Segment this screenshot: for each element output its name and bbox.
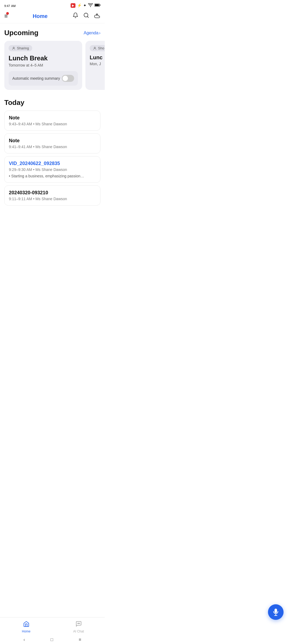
- battery-icon: [95, 3, 100, 8]
- upcoming-card-2[interactable]: Sho Lunc Mon, J: [85, 41, 105, 90]
- time-value: 9:47: [4, 4, 10, 8]
- today-item-2-meta: 9:29–9:30 AM • Ms Shane Dawson: [9, 167, 96, 172]
- bluetooth-icon: ⚡: [77, 3, 82, 8]
- today-item-1-title: Note: [9, 138, 96, 144]
- today-section: Today Note 9:43–9:43 AM • Ms Shane Dawso…: [4, 98, 100, 206]
- card-inner-1: Automatic meeting summary: [9, 71, 78, 86]
- today-item-3-title: 20240320-093210: [9, 190, 96, 196]
- card-time-2: Mon, J: [90, 62, 105, 66]
- today-item-0-meta: 9:43–9:43 AM • Ms Shane Dawson: [9, 122, 96, 126]
- today-item-1-meta: 9:41–9:41 AM • Ms Shane Dawson: [9, 145, 96, 149]
- wifi-icon: [88, 3, 93, 8]
- chevron-right-icon: ›: [99, 31, 100, 35]
- upload-cloud-icon[interactable]: [94, 12, 100, 20]
- upcoming-badge-2: Sho: [90, 45, 105, 51]
- today-item-0[interactable]: Note 9:43–9:43 AM • Ms Shane Dawson: [4, 111, 100, 131]
- header-title: Home: [33, 13, 48, 19]
- agenda-label: Agenda: [84, 31, 99, 35]
- svg-rect-2: [95, 4, 99, 6]
- card-title-1: Lunch Break: [9, 54, 78, 62]
- header-actions: [73, 12, 100, 20]
- ampm-value: AM: [11, 4, 16, 8]
- upcoming-title: Upcoming: [4, 29, 38, 37]
- agenda-link[interactable]: Agenda ›: [84, 31, 101, 35]
- upcoming-section-header: Upcoming Agenda ›: [4, 29, 100, 37]
- today-item-3-meta: 9:11–9:11 AM • Ms Shane Dawson: [9, 197, 96, 201]
- menu-button-container[interactable]: ≡: [4, 13, 8, 20]
- meeting-summary-label-1: Automatic meeting summary: [12, 76, 60, 80]
- search-icon[interactable]: [83, 12, 89, 20]
- notification-dot: [6, 12, 9, 15]
- meeting-summary-toggle-1[interactable]: [62, 75, 74, 82]
- today-item-2-title: VID_20240622_092835: [9, 161, 96, 166]
- svg-point-10: [94, 47, 96, 48]
- status-bar: 9:47 AM ▶ ⚡ ✦: [0, 0, 105, 10]
- upcoming-cards-scroll[interactable]: Sharing Lunch Break Tomorrow at 4–5 AM A…: [0, 41, 105, 92]
- bell-icon[interactable]: [73, 12, 78, 20]
- badge-label-2: Sho: [98, 46, 104, 50]
- today-item-1[interactable]: Note 9:41–9:41 AM • Ms Shane Dawson: [4, 133, 100, 153]
- app-header: ≡ Home: [0, 10, 105, 23]
- today-item-2[interactable]: VID_20240622_092835 9:29–9:30 AM • Ms Sh…: [4, 156, 100, 183]
- upcoming-badge-1: Sharing: [9, 45, 32, 51]
- today-list: Note 9:43–9:43 AM • Ms Shane Dawson Note…: [4, 111, 100, 206]
- card-title-2: Lunc: [90, 54, 105, 61]
- badge-label-1: Sharing: [17, 46, 29, 50]
- today-item-2-bullet: • Starting a business, emphasizing passi…: [9, 174, 96, 178]
- video-recording-icon: ▶: [71, 3, 75, 8]
- main-content: Upcoming Agenda › Sharing Lunch Break To…: [0, 23, 105, 230]
- today-item-3[interactable]: 20240320-093210 9:11–9:11 AM • Ms Shane …: [4, 185, 100, 206]
- svg-point-6: [13, 47, 15, 48]
- today-item-0-title: Note: [9, 115, 96, 121]
- card-time-1: Tomorrow at 4–5 AM: [9, 63, 78, 67]
- toggle-knob-1: [63, 76, 68, 81]
- status-icons: ▶ ⚡ ✦: [71, 3, 100, 8]
- status-time: 9:47 AM: [4, 3, 16, 8]
- signal-icon: ✦: [83, 3, 86, 8]
- svg-line-4: [87, 16, 88, 17]
- svg-rect-1: [100, 5, 100, 6]
- upcoming-card-1[interactable]: Sharing Lunch Break Tomorrow at 4–5 AM A…: [4, 41, 82, 90]
- today-title: Today: [4, 98, 100, 107]
